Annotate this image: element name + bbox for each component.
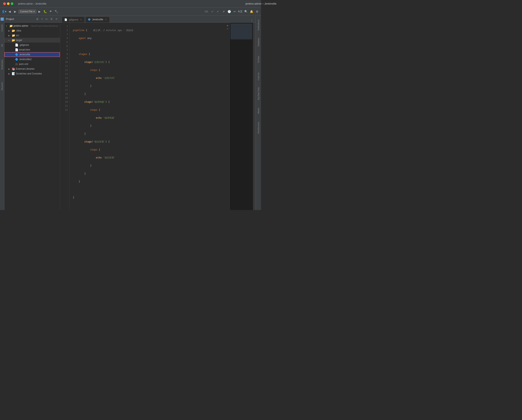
tree-root[interactable]: ▾ 📁 jenkins-admin ~/IdeaProjects/learn/j… bbox=[4, 23, 60, 28]
main-area: Commit Git Bookmarks Structure Project ⊞… bbox=[0, 15, 261, 210]
breadcrumb-file[interactable]: Jenkinsfile bbox=[35, 2, 46, 5]
commit-label[interactable]: Commit bbox=[1, 25, 3, 31]
code-line-1: pipeline { 骑士梦, 2 minutes ago · 初始化 bbox=[73, 28, 222, 32]
expand-arrow: ▾ bbox=[6, 25, 8, 27]
tab-menu-icon[interactable]: ⋮ bbox=[250, 18, 254, 23]
maximize-button[interactable] bbox=[11, 2, 13, 5]
git-revert-icon[interactable]: ↩ bbox=[232, 9, 237, 14]
code-line-11: steps { bbox=[73, 108, 222, 112]
close-button[interactable] bbox=[3, 2, 6, 5]
code-line-8: } bbox=[73, 84, 222, 88]
breadcrumb: jenkins-admin › Jenkinsfile bbox=[18, 2, 46, 5]
target-arrow: ▾ bbox=[8, 39, 11, 41]
tab-gitignore-icon: 📄 bbox=[64, 18, 67, 21]
forward-icon[interactable]: ▶ bbox=[13, 9, 17, 14]
structure-label[interactable]: Structure bbox=[1, 82, 3, 90]
tree-item-email[interactable]: ▶ 📄 email.html bbox=[4, 47, 60, 52]
gutter-ok-icon: ✔ bbox=[226, 27, 229, 30]
line-numbers: 1 2 3 4 5 6 7 8 9 10 11 12 13 14 15 16 1… bbox=[60, 23, 70, 210]
tab-jenkinsfile[interactable]: 🔷 Jenkinsfile ✕ bbox=[85, 16, 110, 23]
top-toolbar: 👤▾ ◀ ▶ Current File ▾ ▶ 🐛 ☂ 🔨 Git: ✔ ✔ ↗… bbox=[0, 8, 261, 15]
code-line-6: steps { bbox=[73, 68, 222, 72]
panel-sort-icon[interactable]: ≡ bbox=[40, 17, 44, 21]
current-file-arrow: ▾ bbox=[33, 10, 35, 13]
git-strip-label[interactable]: Git bbox=[1, 44, 3, 47]
tree-item-idea-label: .idea bbox=[16, 29, 21, 32]
code-editor[interactable]: pipeline { 骑士梦, 2 minutes ago · 初始化 agen… bbox=[70, 23, 226, 210]
tree-item-extlibs-label: External Libraries bbox=[16, 68, 34, 70]
git-label: Git: bbox=[205, 10, 208, 13]
tree-item-scratches[interactable]: ▶ 📝 Scratches and Consoles bbox=[4, 71, 60, 76]
tab-jenkinsfile-close[interactable]: ✕ bbox=[104, 18, 107, 21]
code-line-20: } bbox=[73, 180, 222, 183]
gutter-hide-icon[interactable]: 👁 bbox=[226, 24, 229, 27]
code-line-9: } bbox=[73, 92, 222, 96]
code-line-22: } bbox=[73, 195, 222, 199]
tree-item-src-label: src bbox=[16, 34, 19, 37]
extlibs-icon: 📚 bbox=[12, 67, 15, 70]
panel-collapse-icon[interactable]: ≡↕ bbox=[45, 17, 49, 21]
tree-item-src[interactable]: ▶ 📁 src bbox=[4, 33, 60, 38]
settings-icon[interactable]: ⚙ bbox=[255, 9, 259, 14]
tree-root-label: jenkins-admin bbox=[14, 24, 28, 27]
tab-gitignore-close[interactable]: ✕ bbox=[79, 18, 82, 21]
bookmarks-label[interactable]: Bookmarks bbox=[1, 60, 3, 69]
search-icon[interactable]: 🔍 bbox=[244, 9, 248, 14]
back-icon[interactable]: ◀ bbox=[7, 9, 12, 14]
tree-item-jenkinsfile2[interactable]: ▶ 🔷 Jenkinsfile2 bbox=[4, 57, 60, 62]
gitignore-icon: 📄 bbox=[15, 43, 18, 46]
restservices-panel[interactable]: RestServices bbox=[256, 120, 261, 136]
tree-item-scratches-label: Scratches and Consoles bbox=[16, 72, 42, 75]
tree-item-jenkinsfile[interactable]: ▶ 🔷 Jenkinsfile bbox=[4, 52, 60, 57]
git-checkmark-icon[interactable]: ✔ bbox=[216, 9, 220, 14]
maven-panel[interactable]: Maven bbox=[256, 103, 261, 119]
git-push-icon[interactable]: ↗ bbox=[221, 9, 226, 14]
tree-item-extlibs[interactable]: ▶ 📚 External Libraries bbox=[4, 67, 60, 71]
file-tree: ▾ 📁 jenkins-admin ~/IdeaProjects/learn/j… bbox=[4, 23, 60, 210]
gutter-right: 👁 ✔ bbox=[226, 23, 230, 210]
sciview-panel[interactable]: SciView bbox=[256, 51, 261, 67]
panel-settings-icon[interactable]: ⚙ bbox=[50, 17, 54, 21]
window-title: jenkins-admin – Jenkinsfile bbox=[246, 2, 261, 5]
notification-icon[interactable]: 🔔 bbox=[249, 9, 254, 14]
code-line-15: stage('项目部署') { bbox=[73, 140, 222, 144]
git-history-icon[interactable]: 🕐 bbox=[227, 9, 231, 14]
bigdata-panel[interactable]: Big Data Tools bbox=[256, 86, 261, 101]
translate-icon[interactable]: A文 bbox=[238, 9, 243, 14]
codeiris-panel[interactable]: Code Iris bbox=[256, 69, 261, 84]
git-update-icon[interactable]: ✔ bbox=[210, 9, 215, 14]
tree-item-jenkinsfile2-label: Jenkinsfile2 bbox=[19, 58, 32, 61]
jenkinsfile-icon: 🔷 bbox=[15, 53, 18, 56]
extlibs-arrow: ▶ bbox=[8, 68, 11, 70]
project-panel-title: Project bbox=[6, 17, 34, 21]
current-file-dropdown[interactable]: Current File ▾ bbox=[18, 9, 36, 14]
code-line-3 bbox=[73, 44, 222, 48]
src-folder-icon: 📁 bbox=[12, 34, 15, 37]
build-icon[interactable]: 🔨 bbox=[54, 9, 59, 14]
root-folder-icon: 📁 bbox=[9, 24, 13, 27]
panel-close-icon[interactable]: ✕ bbox=[54, 17, 58, 21]
user-icon[interactable]: 👤▾ bbox=[2, 9, 6, 14]
idea-folder-icon: 📂 bbox=[12, 29, 15, 32]
minimize-button[interactable] bbox=[7, 2, 9, 5]
project-icon[interactable] bbox=[0, 17, 4, 21]
code-line-14: } bbox=[73, 132, 222, 136]
code-line-21 bbox=[73, 188, 222, 191]
left-activity-bar: Commit Git Bookmarks Structure bbox=[0, 15, 4, 210]
tree-item-idea[interactable]: ▶ 📂 .idea bbox=[4, 28, 60, 33]
project-panel: Project ⊞ ≡ ≡↕ ⚙ ✕ ▾ 📁 jenkins-admin ~/I… bbox=[4, 15, 60, 210]
tree-item-pom[interactable]: ▶ m pom.xml bbox=[4, 62, 60, 67]
coverage-icon[interactable]: ☂ bbox=[48, 9, 53, 14]
pom-icon: m bbox=[15, 62, 18, 66]
panel-layout-icon[interactable]: ⊞ bbox=[35, 17, 39, 21]
tree-item-target[interactable]: ▾ 📂 target bbox=[4, 38, 60, 43]
database-panel[interactable]: Database bbox=[256, 34, 261, 50]
editor-content: 1 2 3 4 5 6 7 8 9 10 11 12 13 14 15 16 1… bbox=[60, 23, 255, 210]
breadcrumb-project[interactable]: jenkins-admin bbox=[18, 2, 33, 5]
tab-gitignore[interactable]: 📄 .gitignore ✕ bbox=[62, 16, 85, 23]
run-icon[interactable]: ▶ bbox=[37, 9, 42, 14]
notifications-panel[interactable]: Notifications bbox=[256, 17, 261, 33]
code-line-7: echo '拉取代码' bbox=[73, 76, 222, 80]
debug-icon[interactable]: 🐛 bbox=[43, 9, 48, 14]
tree-item-gitignore[interactable]: ▶ 📄 .gitignore bbox=[4, 43, 60, 47]
